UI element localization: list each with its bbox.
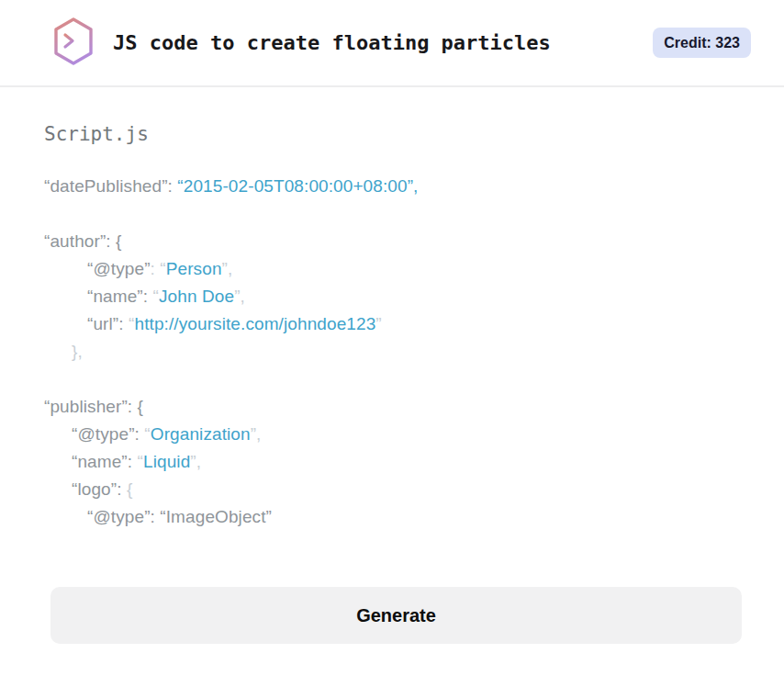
code-token: : “ xyxy=(151,259,166,278)
code-token: ”, xyxy=(251,424,262,444)
code-line: “logo”: { xyxy=(44,476,784,503)
filename-heading: Script.js xyxy=(44,121,784,147)
code-token: “author”: { xyxy=(44,231,122,251)
code-line: “publisher”: { xyxy=(44,393,784,421)
code-token: http://yoursite.com/johndoe123 xyxy=(134,314,375,333)
code-token: “@type” xyxy=(87,259,151,278)
code-token: { xyxy=(127,479,132,499)
code-line: “datePublished”: “2015-02-05T08:00:00+08… xyxy=(44,173,784,200)
code-token: }, xyxy=(72,342,83,361)
code-token: “name”: xyxy=(72,452,138,471)
code-line xyxy=(44,200,784,228)
code-token: “@type”: xyxy=(72,424,144,444)
code-line: “name”: “John Doe”, xyxy=(44,283,784,310)
code-token: Person xyxy=(166,259,222,278)
code-token: John Doe xyxy=(159,287,234,306)
code-token: “url”: xyxy=(87,314,129,333)
header: JS code to create floating particles Cre… xyxy=(0,0,784,87)
code-token: ”, xyxy=(222,259,233,278)
code-block: “datePublished”: “2015-02-05T08:00:00+08… xyxy=(44,173,784,531)
code-token: “2015-02-05T08:00:00+08:00”, xyxy=(177,176,418,196)
code-token: “logo”: xyxy=(72,479,127,499)
code-token: “datePublished”: xyxy=(44,176,177,196)
code-token: ” xyxy=(375,314,381,333)
code-token: Organization xyxy=(151,424,251,444)
code-line: “url”: “http://yoursite.com/johndoe123” xyxy=(44,310,784,338)
page-title: JS code to create floating particles xyxy=(113,31,551,54)
code-line: “@type”: “ImageObject” xyxy=(44,503,784,531)
credit-badge: Credit: 323 xyxy=(653,28,751,58)
code-token: ”, xyxy=(234,287,245,306)
code-token: “@type”: “ImageObject” xyxy=(87,507,272,526)
code-line: “@type”: “Organization”, xyxy=(44,421,784,448)
code-token: Liquid xyxy=(143,452,190,471)
code-token: ”, xyxy=(190,452,201,471)
code-token: “name”: xyxy=(87,287,153,306)
code-token: “publisher”: { xyxy=(44,397,143,416)
code-line: “author”: { xyxy=(44,228,784,255)
code-line: }, xyxy=(44,338,784,366)
main-content: Script.js “datePublished”: “2015-02-05T0… xyxy=(0,121,784,531)
code-line: “@type”: “Person”, xyxy=(44,255,784,283)
code-line: “name”: “Liquid”, xyxy=(44,448,784,476)
code-line xyxy=(44,366,784,393)
generate-button[interactable]: Generate xyxy=(50,587,742,644)
terminal-hexagon-icon[interactable] xyxy=(50,17,96,70)
